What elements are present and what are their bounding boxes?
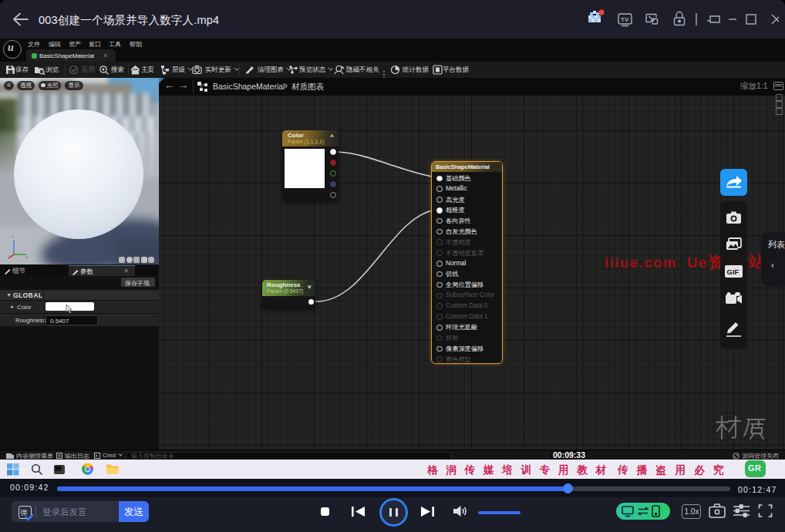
svg-text:GIF: GIF — [727, 268, 740, 276]
svg-text:z: z — [12, 234, 14, 239]
svg-text:TV: TV — [621, 16, 629, 23]
svg-text:x: x — [25, 254, 28, 259]
